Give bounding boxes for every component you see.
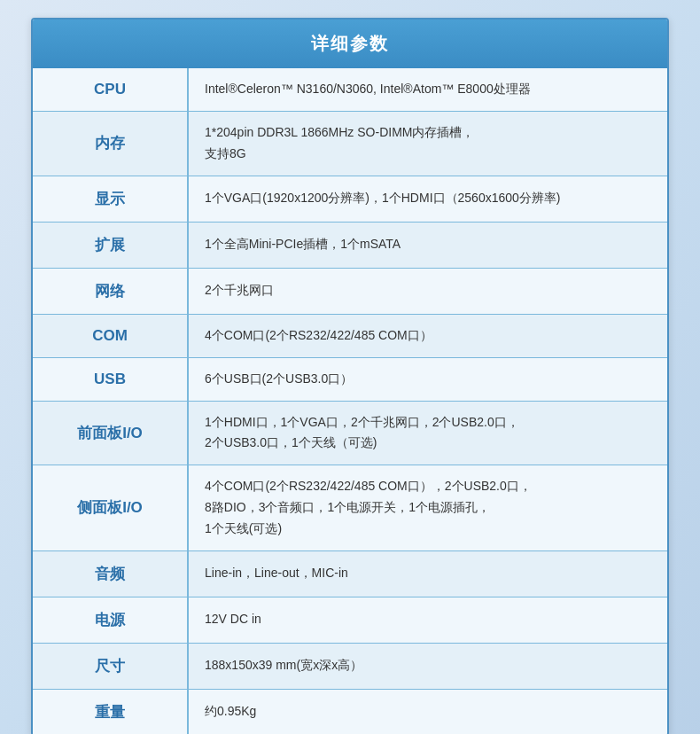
specs-container: 详细参数 CPUIntel®Celeron™ N3160/N3060, Inte…: [31, 18, 669, 734]
spec-label: 尺寸: [33, 643, 188, 689]
spec-value: 1*204pin DDR3L 1866MHz SO-DIMM内存插槽，支持8G: [188, 112, 667, 176]
spec-value: Intel®Celeron™ N3160/N3060, Intel®Atom™ …: [188, 68, 667, 112]
spec-value: 4个COM口(2个RS232/422/485 COM口），2个USB2.0口，8…: [188, 465, 667, 550]
spec-label: 网络: [33, 268, 188, 314]
spec-table: CPUIntel®Celeron™ N3160/N3060, Intel®Ato…: [33, 68, 667, 734]
table-row: 电源12V DC in: [33, 597, 667, 643]
spec-value: 6个USB口(2个USB3.0口）: [188, 357, 667, 401]
table-row: COM4个COM口(2个RS232/422/485 COM口）: [33, 314, 667, 357]
table-row: 内存1*204pin DDR3L 1866MHz SO-DIMM内存插槽，支持8…: [33, 112, 667, 176]
spec-value: 2个千兆网口: [188, 268, 667, 314]
spec-label: 音频: [33, 550, 188, 597]
spec-value: 约0.95Kg: [188, 689, 667, 734]
spec-value: 1个全高Mini-PCIe插槽，1个mSATA: [188, 222, 667, 268]
spec-label: 侧面板I/O: [33, 465, 188, 550]
table-row: 扩展1个全高Mini-PCIe插槽，1个mSATA: [33, 222, 667, 268]
spec-value: 12V DC in: [188, 597, 667, 643]
spec-value: 1个HDMI口，1个VGA口，2个千兆网口，2个USB2.0口，2个USB3.0…: [188, 401, 667, 465]
spec-label: 电源: [33, 597, 188, 643]
table-row: USB6个USB口(2个USB3.0口）: [33, 357, 667, 401]
spec-label: 内存: [33, 112, 188, 176]
spec-value: 4个COM口(2个RS232/422/485 COM口）: [188, 314, 667, 357]
header-title: 详细参数: [311, 34, 389, 53]
table-header: 详细参数: [33, 20, 667, 68]
spec-label: 重量: [33, 689, 188, 734]
spec-label: CPU: [33, 68, 188, 112]
table-row: CPUIntel®Celeron™ N3160/N3060, Intel®Ato…: [33, 68, 667, 112]
table-row: 重量约0.95Kg: [33, 689, 667, 734]
spec-label: 显示: [33, 176, 188, 222]
table-row: 显示1个VGA口(1920x1200分辨率)，1个HDMI口（2560x1600…: [33, 176, 667, 222]
table-row: 侧面板I/O4个COM口(2个RS232/422/485 COM口），2个USB…: [33, 465, 667, 550]
spec-label: USB: [33, 357, 188, 401]
spec-label: COM: [33, 314, 188, 357]
table-row: 网络2个千兆网口: [33, 268, 667, 314]
spec-value: 188x150x39 mm(宽x深x高）: [188, 643, 667, 689]
spec-value: Line-in，Line-out，MIC-in: [188, 550, 667, 597]
spec-label: 前面板I/O: [33, 401, 188, 465]
table-row: 尺寸188x150x39 mm(宽x深x高）: [33, 643, 667, 689]
spec-label: 扩展: [33, 222, 188, 268]
table-row: 前面板I/O1个HDMI口，1个VGA口，2个千兆网口，2个USB2.0口，2个…: [33, 401, 667, 465]
spec-value: 1个VGA口(1920x1200分辨率)，1个HDMI口（2560x1600分辨…: [188, 176, 667, 222]
table-row: 音频Line-in，Line-out，MIC-in: [33, 550, 667, 597]
